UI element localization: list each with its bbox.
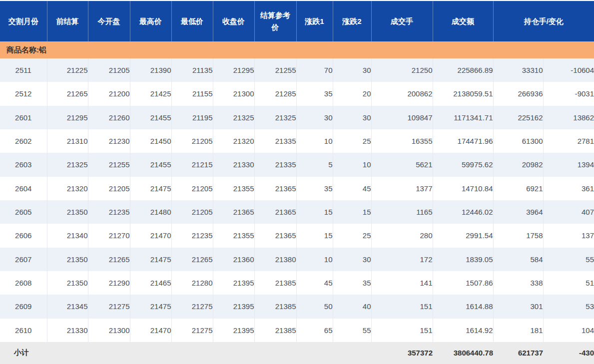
cell: 70 [296,58,333,82]
cell: 45 [296,271,333,295]
cell: 21395 [213,271,254,295]
cell: 21470 [130,319,171,342]
cell: 55 [543,248,594,271]
subtotal-open-interest: 621737 [493,342,543,364]
cell: 5621 [371,153,433,176]
cell: 21195 [171,106,213,129]
column-header-chg2: 涨跌2 [333,1,371,41]
cell: 21325 [254,106,296,129]
cell: 30 [333,106,371,129]
column-header-prev_settle: 前结算 [47,1,88,41]
cell: 137 [543,224,594,247]
cell: 1165 [371,200,433,224]
cell: 16355 [371,129,433,153]
cell: 1394 [543,153,594,176]
column-header-oi_change: 持仓手/变化 [493,1,594,41]
cell: 35 [333,271,371,295]
cell: 21295 [47,106,88,129]
subtotal-label: 小计 [0,342,371,364]
cell: 21365 [254,177,296,200]
commodity-name-label: 商品名称:铝 [0,41,594,58]
subtotal-turnover: 3806440.78 [433,342,493,364]
cell: 15 [333,200,371,224]
cell: 109847 [371,106,433,129]
cell: 21475 [130,295,171,318]
cell: 14710.84 [433,177,493,200]
cell: 21480 [130,200,171,224]
column-header-high: 最高价 [130,1,171,41]
column-header-open: 今开盘 [88,1,130,41]
table-row-2511: 2511212252120521390211352129521255703021… [0,58,594,82]
cell: 21340 [47,224,88,247]
cell: 45 [333,177,371,200]
cell: 21365 [254,224,296,247]
table-row-2604: 2604213202120521475212052135521365354513… [0,177,594,200]
cell: 1758 [493,224,543,247]
cell: 21215 [171,153,213,176]
cell: 21155 [171,82,213,105]
cell: 280 [371,224,433,247]
cell: 21285 [254,82,296,105]
column-header-month: 交割月份 [0,1,47,41]
cell: 33310 [493,58,543,82]
subtotal-oi-change: -430 [543,342,594,364]
cell: 1507.86 [433,271,493,295]
cell: 21300 [213,82,254,105]
cell: 21255 [254,58,296,82]
cell: 21320 [213,129,254,153]
cell: 21385 [254,295,296,318]
cell: 21365 [213,200,254,224]
cell: 21265 [47,82,88,105]
cell: 21225 [47,58,88,82]
cell: 21450 [130,129,171,153]
cell: 361 [543,177,594,200]
cell: 2511 [0,58,47,82]
cell: 1377 [371,177,433,200]
table-row-2610: 2610213302130021470212752139521385655515… [0,319,594,342]
cell: 21365 [254,200,296,224]
cell: 21350 [47,200,88,224]
cell: 21360 [213,248,254,271]
table-row-2609: 2609213452127521475212752139521385504015… [0,295,594,318]
cell: 2601 [0,106,47,129]
subtotal-row: 小计 357372 3806440.78 621737 -430 [0,342,594,364]
cell: 21290 [88,271,130,295]
cell: 30 [333,248,371,271]
cell: 6921 [493,177,543,200]
cell: 25 [333,129,371,153]
cell: 141 [371,271,433,295]
cell: 59975.62 [433,153,493,176]
cell: 1839.05 [433,248,493,271]
cell: 21265 [88,248,130,271]
cell: 584 [493,248,543,271]
cell: 21350 [47,271,88,295]
cell: 21385 [254,271,296,295]
cell: 21380 [254,248,296,271]
table-row-2603: 2603213252125521455212152133021335510562… [0,153,594,176]
cell: 21205 [171,200,213,224]
column-header-turnover: 成交额 [433,1,493,41]
cell: 338 [493,271,543,295]
column-header-low: 最低价 [171,1,213,41]
cell: 21205 [171,177,213,200]
cell: 104 [543,319,594,342]
cell: 21330 [47,319,88,342]
cell: 3964 [493,200,543,224]
cell: 15 [296,224,333,247]
cell: 30 [296,106,333,129]
cell: 1171341.71 [433,106,493,129]
cell: 1614.88 [433,295,493,318]
header-row: 交割月份前结算今开盘最高价最低价收盘价结算参考价涨跌1涨跌2成交手成交额持仓手/… [0,1,594,41]
cell: 2603 [0,153,47,176]
cell: 2781 [543,129,594,153]
cell: 15 [296,200,333,224]
cell: 51 [543,271,594,295]
cell: 21230 [88,129,130,153]
cell: 21390 [130,58,171,82]
cell: 21475 [130,177,171,200]
cell: 5 [296,153,333,176]
column-header-chg1: 涨跌1 [296,1,333,41]
cell: 225162 [493,106,543,129]
cell: 266936 [493,82,543,105]
table-row-2602: 2602213102123021450212052132021335102516… [0,129,594,153]
